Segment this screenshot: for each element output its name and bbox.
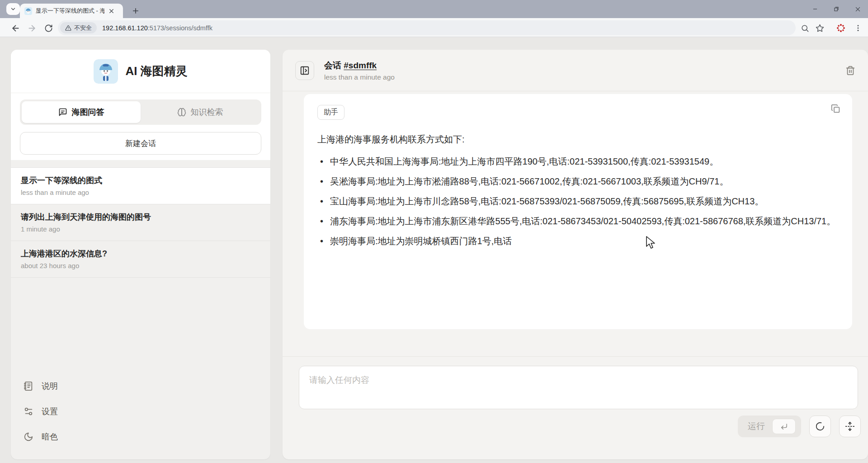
footer-item-help[interactable]: 说明 xyxy=(24,381,258,392)
new-session-button[interactable]: 新建会话 xyxy=(20,132,261,155)
app-title: AI 海图精灵 xyxy=(125,63,187,79)
browser-tab[interactable]: 显示一下等深线的图式 - 海图问答 xyxy=(20,4,123,18)
session-title: 显示一下等深线的图式 xyxy=(21,175,260,186)
delete-session-button[interactable] xyxy=(845,66,855,76)
run-button[interactable]: 运行 xyxy=(738,416,801,437)
assistant-message: 助手 上海港的海事服务机构联系方式如下: 中华人民共和国上海海事局:地址为上海市… xyxy=(304,94,852,329)
extension-icon xyxy=(836,23,846,33)
message-intro: 上海港的海事服务机构联系方式如下: xyxy=(317,132,839,147)
role-badge: 助手 xyxy=(317,105,344,120)
security-label: 不安全 xyxy=(74,24,92,32)
session-title: 上海港港区的水深信息? xyxy=(21,248,260,260)
copy-message-button[interactable] xyxy=(831,104,840,113)
main-panel: 会话 #sdmffk less than a minute ago 助手 上海港… xyxy=(283,50,868,459)
chevron-down-icon xyxy=(10,6,16,12)
sidebar-footer: 说明 设置 暗色 xyxy=(11,366,270,459)
session-time: 1 minute ago xyxy=(21,225,260,233)
bullet-item: 崇明海事局:地址为崇明城桥镇西门路1号,电话 xyxy=(317,233,839,249)
footer-item-label: 设置 xyxy=(42,406,58,417)
restore-icon xyxy=(833,6,840,12)
url-text: 192.168.61.120:5173/sessions/sdmffk xyxy=(102,24,212,32)
zoom-button[interactable] xyxy=(799,23,810,33)
session-header: 会话 #sdmffk less than a minute ago xyxy=(283,50,868,91)
brain-icon xyxy=(177,108,186,117)
unfold-vertical-icon xyxy=(845,421,855,431)
arrow-right-icon xyxy=(27,24,37,33)
url-host: 192.168.61.120 xyxy=(102,24,148,32)
plus-icon xyxy=(132,7,140,15)
notebook-icon xyxy=(24,381,33,391)
tab-knowledge-search[interactable]: 知识检索 xyxy=(141,101,259,123)
session-time: less than a minute ago xyxy=(21,189,260,196)
bullet-item: 中华人民共和国上海海事局:地址为上海市四平路190号,电话:021-539315… xyxy=(317,153,839,170)
footer-item-settings[interactable]: 设置 xyxy=(24,406,258,417)
trash-icon xyxy=(845,66,855,76)
arrow-left-icon xyxy=(11,24,20,33)
sidebar-tab-bar: 海图问答 知识检索 xyxy=(20,99,261,125)
star-icon xyxy=(816,24,824,33)
forward-button[interactable] xyxy=(26,23,37,33)
sidebar-top-section: 海图问答 知识检索 新建会话 xyxy=(11,93,270,160)
session-item-current[interactable]: 显示一下等深线的图式 less than a minute ago xyxy=(11,167,270,204)
composer-buttons: 运行 xyxy=(738,416,861,437)
tab-strip: 显示一下等深线的图式 - 海图问答 xyxy=(0,0,868,18)
favicon-mascot-icon xyxy=(24,7,32,15)
session-header-time: less than a minute ago xyxy=(324,73,395,81)
security-chip[interactable]: 不安全 xyxy=(60,22,97,33)
footer-item-dark-mode[interactable]: 暗色 xyxy=(24,431,258,442)
run-label: 运行 xyxy=(748,420,765,432)
app-page: AI 海图精灵 海图问答 知识检索 xyxy=(0,37,868,463)
session-title-prefix: 会话 xyxy=(324,61,344,70)
back-button[interactable] xyxy=(10,23,21,33)
auto-scroll-button[interactable] xyxy=(839,416,861,437)
reload-icon xyxy=(44,24,53,33)
tab-search-button[interactable] xyxy=(6,3,20,15)
tab-chart-qa[interactable]: 海图问答 xyxy=(22,101,141,123)
sidebar-toggle-button[interactable] xyxy=(295,61,314,80)
window-close-button[interactable] xyxy=(847,0,868,18)
message-bullet-list: 中华人民共和国上海海事局:地址为上海市四平路190号,电话:021-539315… xyxy=(317,153,839,249)
close-icon xyxy=(854,6,861,13)
session-list: 显示一下等深线的图式 less than a minute ago 请列出上海到… xyxy=(11,160,270,278)
moon-icon xyxy=(24,432,33,442)
session-header-titles: 会话 #sdmffk less than a minute ago xyxy=(324,60,395,81)
search-icon xyxy=(801,24,809,33)
return-key-icon xyxy=(780,423,788,430)
warning-triangle-icon xyxy=(65,25,71,31)
bookmark-button[interactable] xyxy=(814,23,825,33)
browser-window: 显示一下等深线的图式 - 海图问答 xyxy=(0,0,868,463)
new-session-label: 新建会话 xyxy=(125,138,156,149)
kebab-menu-icon xyxy=(854,24,862,32)
tab-close-icon[interactable] xyxy=(108,8,115,14)
loader-circle-icon xyxy=(815,421,825,431)
window-restore-button[interactable] xyxy=(826,0,847,18)
window-minimize-button[interactable] xyxy=(805,0,826,18)
chat-bubble-icon xyxy=(58,108,67,117)
session-title: 请列出上海到天津使用的海图的图号 xyxy=(21,211,260,223)
settings-icon xyxy=(24,406,33,416)
reload-button[interactable] xyxy=(43,23,54,33)
session-id-link[interactable]: #sdmffk xyxy=(344,61,377,70)
session-header-title: 会话 #sdmffk xyxy=(324,60,395,71)
tab-title: 显示一下等深线的图式 - 海图问答 xyxy=(36,7,104,15)
sidebar-header: AI 海图精灵 xyxy=(11,50,270,93)
regenerate-button[interactable] xyxy=(809,416,831,437)
enter-key-badge xyxy=(772,419,796,434)
address-bar[interactable]: 不安全 192.168.61.120:5173/sessions/sdmffk xyxy=(58,20,796,35)
composer: 运行 xyxy=(283,356,868,459)
extension-button[interactable] xyxy=(835,23,846,33)
session-time: about 23 hours ago xyxy=(21,262,260,269)
bullet-item: 浦东海事局:地址为上海市浦东新区港华路555号,电话:021-58673453/… xyxy=(317,213,839,229)
chat-input[interactable] xyxy=(299,366,858,409)
url-path: :5173/sessions/sdmffk xyxy=(148,24,212,32)
bullet-item: 吴淞海事局:地址为上海市淞浦路88号,电话:021-56671002,传真:02… xyxy=(317,173,839,189)
sidebar: AI 海图精灵 海图问答 知识检索 xyxy=(11,50,270,459)
session-item[interactable]: 上海港港区的水深信息? about 23 hours ago xyxy=(11,241,270,278)
tab-knowledge-search-label: 知识检索 xyxy=(191,107,223,118)
footer-item-label: 说明 xyxy=(42,381,58,392)
tab-chart-qa-label: 海图问答 xyxy=(72,107,104,118)
app-logo xyxy=(94,59,118,84)
browser-menu-button[interactable] xyxy=(853,23,863,33)
new-tab-button[interactable] xyxy=(129,5,142,17)
session-item[interactable]: 请列出上海到天津使用的海图的图号 1 minute ago xyxy=(11,204,270,241)
